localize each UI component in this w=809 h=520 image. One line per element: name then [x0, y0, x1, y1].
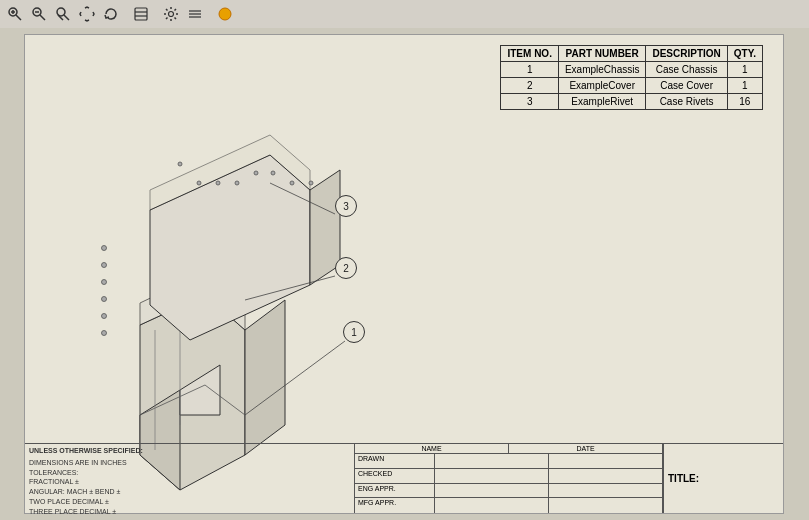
eng-name — [435, 484, 549, 499]
col-header-item: ITEM NO. — [501, 46, 558, 62]
more-btn[interactable] — [184, 3, 206, 25]
drawn-name — [435, 454, 549, 469]
bom-cell-qty-2: 1 — [727, 78, 762, 94]
svg-point-32 — [102, 280, 107, 285]
svg-point-33 — [102, 297, 107, 302]
svg-point-43 — [309, 181, 313, 185]
balloon-1: 1 — [343, 321, 365, 343]
name-header: NAME — [355, 444, 509, 453]
bom-row-3: 3ExampleRivetCase Rivets16 — [501, 94, 763, 110]
bom-cell-desc-2: Case Cover — [646, 78, 727, 94]
bom-cell-item-3: 3 — [501, 94, 558, 110]
checked-name — [435, 469, 549, 484]
zoom-fit-btn[interactable] — [52, 3, 74, 25]
balloon-3: 3 — [335, 195, 357, 217]
svg-line-1 — [16, 15, 21, 20]
title-label: TITLE: — [668, 473, 699, 484]
svg-point-17 — [219, 8, 231, 20]
col-header-desc: DESCRIPTION — [646, 46, 727, 62]
main-area: ITEM NO. PART NUMBER DESCRIPTION QTY. 1E… — [0, 28, 809, 520]
svg-line-8 — [64, 15, 69, 20]
three-place-label: THREE PLACE DECIMAL ± — [29, 507, 350, 517]
mfg-name — [435, 498, 549, 513]
svg-point-42 — [290, 181, 294, 185]
svg-line-5 — [40, 15, 45, 20]
title-right-panel: TITLE: — [663, 444, 783, 513]
bom-cell-desc-1: Case Chassis — [646, 62, 727, 78]
two-place-label: TWO PLACE DECIMAL ± — [29, 497, 350, 507]
date-header: DATE — [509, 444, 662, 453]
bom-cell-desc-3: Case Rivets — [646, 94, 727, 110]
title-left-panel: UNLESS OTHERWISE SPECIFIED: DIMENSIONS A… — [25, 444, 355, 513]
checked-label: CHECKED — [355, 469, 435, 484]
svg-point-36 — [178, 162, 182, 166]
fractional-label: FRACTIONAL ± — [29, 477, 350, 487]
bom-cell-part-1: ExampleChassis — [558, 62, 645, 78]
eng-appr-label: ENG APPR. — [355, 484, 435, 499]
checked-date — [549, 469, 663, 484]
layers-btn[interactable] — [130, 3, 152, 25]
svg-point-31 — [102, 263, 107, 268]
bom-cell-item-1: 1 — [501, 62, 558, 78]
mfg-date — [549, 498, 663, 513]
zoom-out-btn[interactable] — [28, 3, 50, 25]
name-date-header: NAME DATE — [355, 444, 662, 454]
tolerances-label: TOLERANCES: — [29, 468, 350, 478]
bom-cell-part-3: ExampleRivet — [558, 94, 645, 110]
col-header-qty: QTY. — [727, 46, 762, 62]
bom-row-1: 1ExampleChassisCase Chassis1 — [501, 62, 763, 78]
settings-btn[interactable] — [160, 3, 182, 25]
svg-point-34 — [102, 314, 107, 319]
pan-btn[interactable] — [76, 3, 98, 25]
refresh-btn[interactable] — [100, 3, 122, 25]
col-header-part: PART NUMBER — [558, 46, 645, 62]
svg-point-13 — [169, 12, 174, 17]
svg-point-35 — [102, 331, 107, 336]
svg-point-39 — [235, 181, 239, 185]
bom-cell-qty-1: 1 — [727, 62, 762, 78]
unless-label: UNLESS OTHERWISE SPECIFIED: — [29, 446, 350, 456]
title-block: UNLESS OTHERWISE SPECIFIED: DIMENSIONS A… — [25, 443, 783, 513]
mfg-appr-label: MFG APPR. — [355, 498, 435, 513]
bom-row-2: 2ExampleCoverCase Cover1 — [501, 78, 763, 94]
bom-cell-part-2: ExampleCover — [558, 78, 645, 94]
zoom-in-btn[interactable] — [4, 3, 26, 25]
circle-btn[interactable] — [214, 3, 236, 25]
bom-cell-item-2: 2 — [501, 78, 558, 94]
bom-cell-qty-3: 16 — [727, 94, 762, 110]
drawn-label: DRAWN — [355, 454, 435, 469]
drawn-date — [549, 454, 663, 469]
svg-point-40 — [254, 171, 258, 175]
bom-table: ITEM NO. PART NUMBER DESCRIPTION QTY. 1E… — [500, 45, 763, 110]
cover-shape — [102, 135, 341, 340]
angular-label: ANGULAR: MACH ± BEND ± — [29, 487, 350, 497]
eng-date — [549, 484, 663, 499]
drawing-sheet: ITEM NO. PART NUMBER DESCRIPTION QTY. 1E… — [24, 34, 784, 514]
toolbar — [0, 0, 809, 28]
svg-point-38 — [216, 181, 220, 185]
svg-rect-10 — [135, 8, 147, 20]
dimensions-label: DIMENSIONS ARE IN INCHES — [29, 458, 350, 468]
svg-marker-19 — [245, 300, 285, 455]
svg-point-41 — [271, 171, 275, 175]
balloon-2: 2 — [335, 257, 357, 279]
svg-point-37 — [197, 181, 201, 185]
svg-point-30 — [102, 246, 107, 251]
